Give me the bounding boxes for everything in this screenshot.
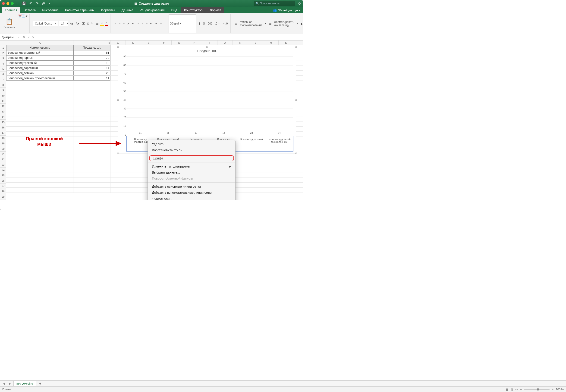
cancel-formula-icon[interactable]: ✕ bbox=[23, 35, 26, 39]
chart-bar[interactable]: 61 bbox=[129, 132, 152, 135]
tab-chart-format[interactable]: Формат bbox=[206, 7, 224, 13]
embedded-chart[interactable]: Продано, шт. 0102030405060708090 6178191… bbox=[118, 47, 296, 154]
align-left-icon[interactable]: ≡ bbox=[137, 22, 140, 26]
ctx-add-major-gridlines[interactable]: Добавить основные линии сетки bbox=[148, 183, 235, 190]
home-icon[interactable]: ⌂ bbox=[16, 2, 18, 6]
close-window-button[interactable] bbox=[2, 2, 5, 5]
underline-button[interactable]: Ч bbox=[90, 22, 94, 26]
row-header[interactable]: 18 bbox=[0, 136, 6, 141]
row-header[interactable]: 16 bbox=[0, 125, 6, 130]
chart-bar[interactable]: 14 bbox=[212, 132, 235, 135]
cell[interactable]: Велосипед спортивный bbox=[6, 50, 73, 55]
align-bottom-icon[interactable]: ≡ bbox=[122, 22, 126, 26]
cond-format-label[interactable]: Условное форматирование bbox=[239, 20, 263, 27]
row-header[interactable]: 14 bbox=[0, 114, 6, 120]
wrap-text-icon[interactable]: ↩ bbox=[131, 22, 135, 26]
row-header[interactable]: 6 bbox=[0, 72, 6, 77]
row-header[interactable]: 15 bbox=[0, 120, 6, 125]
chart-bar[interactable]: 19 bbox=[184, 132, 208, 135]
row-header[interactable]: 5 bbox=[0, 66, 6, 72]
cell[interactable]: 78 bbox=[73, 55, 110, 60]
col-header[interactable]: A bbox=[6, 41, 73, 45]
italic-button[interactable]: К bbox=[86, 22, 90, 26]
row-header[interactable]: 11 bbox=[0, 98, 6, 104]
resize-handle[interactable] bbox=[206, 46, 208, 48]
align-center-icon[interactable]: ≡ bbox=[141, 22, 144, 26]
row-header[interactable]: 8 bbox=[0, 82, 6, 88]
row-header[interactable]: 12 bbox=[0, 104, 6, 109]
cut-icon[interactable]: ✂️ bbox=[18, 14, 22, 33]
chart-bar[interactable]: 78 bbox=[157, 132, 180, 135]
row-header[interactable]: 1 bbox=[0, 45, 6, 50]
row-header[interactable]: 27 bbox=[0, 183, 6, 189]
bold-button[interactable]: Ж bbox=[81, 22, 86, 26]
fill-color-button[interactable]: ◇ bbox=[100, 21, 104, 26]
row-header[interactable]: 4 bbox=[0, 61, 6, 66]
col-header[interactable]: N bbox=[279, 41, 294, 45]
select-all-corner[interactable] bbox=[0, 41, 6, 45]
col-header[interactable]: J bbox=[218, 41, 233, 45]
paste-icon[interactable]: 📋 bbox=[6, 18, 13, 25]
row-header[interactable]: 26 bbox=[0, 178, 6, 183]
currency-icon[interactable]: $ bbox=[198, 22, 201, 26]
cell[interactable]: Велосипед горный bbox=[6, 55, 73, 60]
font-color-button[interactable]: A bbox=[105, 21, 108, 26]
align-middle-icon[interactable]: ≡ bbox=[118, 22, 121, 26]
ctx-select-data[interactable]: Выбрать данные... bbox=[148, 169, 235, 175]
chart-bar[interactable]: 14 bbox=[268, 132, 291, 135]
col-header[interactable]: D bbox=[126, 41, 141, 45]
decrease-decimal-icon[interactable]: ←.0 bbox=[222, 22, 229, 26]
resize-handle[interactable] bbox=[117, 99, 119, 101]
as-table-label[interactable]: Форматировать как таблицу bbox=[273, 20, 295, 27]
resize-handle[interactable] bbox=[117, 46, 119, 48]
tab-view[interactable]: Вид bbox=[168, 7, 180, 13]
user-account-icon[interactable]: ☺ bbox=[298, 1, 301, 6]
tab-formulas[interactable]: Формулы bbox=[98, 7, 118, 13]
chart-x-category[interactable]: Велосипед детский трехколесный bbox=[267, 136, 291, 151]
cell[interactable]: Продано, шт. bbox=[73, 45, 110, 50]
col-header[interactable]: F bbox=[156, 41, 172, 45]
format-as-table-icon[interactable]: ▦ bbox=[268, 22, 272, 26]
col-header[interactable]: M bbox=[263, 41, 279, 45]
align-top-icon[interactable]: ≡ bbox=[114, 22, 117, 26]
cell[interactable]: 14 bbox=[73, 76, 110, 81]
formula-input[interactable] bbox=[36, 36, 303, 38]
row-header[interactable]: 17 bbox=[0, 130, 6, 136]
row-header[interactable]: 13 bbox=[0, 109, 6, 114]
tab-draw[interactable]: Рисование bbox=[39, 7, 62, 13]
row-header[interactable]: 2 bbox=[0, 50, 6, 56]
row-header[interactable]: 29 bbox=[0, 194, 6, 199]
ctx-change-chart-type[interactable]: Изменить тип диаграммы▶ bbox=[148, 163, 235, 169]
ctx-add-minor-gridlines[interactable]: Добавить вспомогательные линии сетки bbox=[148, 190, 235, 196]
undo-icon[interactable]: ↶ bbox=[29, 1, 32, 6]
resize-handle[interactable] bbox=[295, 46, 297, 48]
cell[interactable]: 19 bbox=[73, 60, 110, 65]
ctx-font[interactable]: Шрифт... bbox=[149, 155, 234, 161]
orientation-icon[interactable]: ↗ bbox=[126, 22, 131, 26]
format-painter-icon[interactable]: 🖌 bbox=[25, 14, 28, 33]
tab-chart-design[interactable]: Конструктор bbox=[181, 7, 206, 13]
share-button[interactable]: 👥 Общий доступ ▾ bbox=[270, 7, 303, 13]
row-header[interactable]: 22 bbox=[0, 157, 6, 162]
row-header[interactable]: 25 bbox=[0, 173, 6, 178]
percent-icon[interactable]: % bbox=[202, 22, 206, 26]
minimize-window-button[interactable] bbox=[6, 2, 9, 5]
accept-formula-icon[interactable]: ✓ bbox=[27, 35, 30, 39]
cell[interactable]: 23 bbox=[73, 70, 110, 75]
col-header[interactable]: E bbox=[141, 41, 156, 45]
row-header[interactable]: 3 bbox=[0, 56, 6, 61]
cell[interactable]: Велосипед дорожный bbox=[6, 66, 73, 70]
row-header[interactable]: 10 bbox=[0, 93, 6, 98]
chart-bars[interactable]: 617819142314 bbox=[126, 56, 293, 135]
qat-dropdown-icon[interactable]: ▾ bbox=[49, 2, 50, 5]
col-header[interactable]: L bbox=[248, 41, 263, 45]
cond-format-icon[interactable]: ▤ bbox=[234, 22, 238, 26]
name-box[interactable]: Диаграм... ▾ bbox=[0, 34, 21, 40]
increase-font-icon[interactable]: A▴ bbox=[69, 22, 74, 26]
cell[interactable]: Наименование bbox=[6, 45, 73, 50]
col-header[interactable]: H bbox=[187, 41, 202, 45]
copy-icon[interactable]: 📄 bbox=[22, 14, 25, 33]
col-header[interactable]: I bbox=[202, 41, 218, 45]
increase-decimal-icon[interactable]: .0→ bbox=[214, 22, 221, 26]
fx-icon[interactable]: fx bbox=[32, 35, 34, 39]
